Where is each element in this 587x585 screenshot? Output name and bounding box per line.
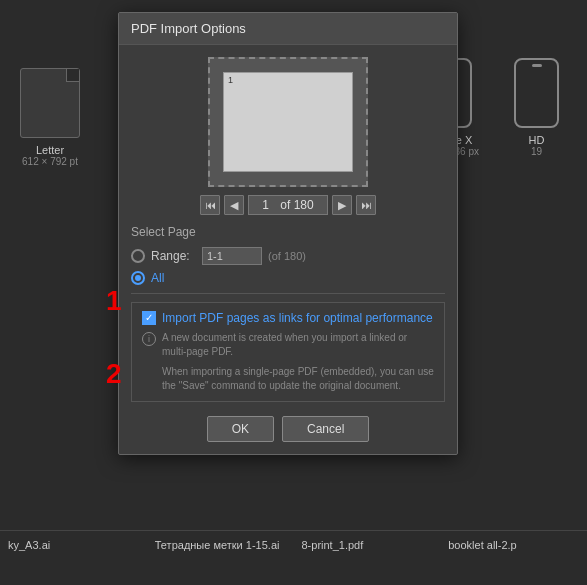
dialog-title: PDF Import Options	[119, 13, 457, 45]
file-name-1: Тетрадные метки 1-15.ai	[155, 539, 286, 551]
info-text-1: A new document is created when you impor…	[162, 331, 434, 359]
pdf-preview-outer: 1	[208, 57, 368, 187]
range-input[interactable]	[202, 247, 262, 265]
import-checkbox[interactable]	[142, 311, 156, 325]
letter-sublabel: 612 × 792 pt	[22, 156, 78, 167]
range-radio[interactable]	[131, 249, 145, 263]
range-hint: (of 180)	[268, 250, 306, 262]
of-total-pages	[273, 198, 276, 212]
file-item-2: 8-print_1.pdf	[294, 539, 441, 551]
dialog-body: 1 ⏮ ◀ 1 of 180 ▶ ⏭ Select Page Range: (o…	[119, 45, 457, 454]
file-name-3: booklet all-2.p	[448, 539, 579, 551]
info-row-1: i A new document is created when you imp…	[142, 331, 434, 359]
pdf-page-number-label: 1	[228, 75, 233, 85]
bottom-files-bar: ky_A3.ai Тетрадные метки 1-15.ai 8-print…	[0, 530, 587, 585]
info-text-2: When importing a single-page PDF (embedd…	[142, 365, 434, 393]
file-item-1: Тетрадные метки 1-15.ai	[147, 539, 294, 551]
letter-thumbnail: Letter 612 × 792 pt	[12, 60, 88, 175]
page-navigation: ⏮ ◀ 1 of 180 ▶ ⏭	[131, 195, 445, 215]
hd-thumb-icon	[514, 58, 559, 128]
nav-next-button[interactable]: ▶	[332, 195, 352, 215]
file-item-0: ky_A3.ai	[0, 539, 147, 551]
pdf-preview-inner: 1	[223, 72, 353, 172]
checkbox-section: Import PDF pages as links for optimal pe…	[131, 302, 445, 402]
all-label: All	[151, 271, 164, 285]
nav-first-button[interactable]: ⏮	[200, 195, 220, 215]
of-text: of 180	[280, 198, 313, 212]
dialog-buttons: OK Cancel	[131, 412, 445, 442]
letter-label: Letter	[36, 144, 64, 156]
all-option-row: All	[131, 271, 445, 285]
current-page-value: 1	[262, 198, 269, 212]
file-item-3: booklet all-2.p	[440, 539, 587, 551]
pdf-import-dialog: PDF Import Options 1 ⏮ ◀ 1 of 180 ▶ ⏭ Se…	[118, 12, 458, 455]
pdf-preview-container: 1	[131, 57, 445, 187]
select-page-label: Select Page	[131, 225, 445, 239]
hd-thumbnail: HD 19	[506, 50, 567, 165]
range-label: Range:	[151, 249, 196, 263]
all-radio[interactable]	[131, 271, 145, 285]
file-name-0: ky_A3.ai	[8, 539, 139, 551]
hd-sublabel: 19	[531, 146, 542, 157]
section-divider	[131, 293, 445, 294]
range-option-row: Range: (of 180)	[131, 247, 445, 265]
nav-last-button[interactable]: ⏭	[356, 195, 376, 215]
nav-prev-button[interactable]: ◀	[224, 195, 244, 215]
ok-button[interactable]: OK	[207, 416, 274, 442]
cancel-button[interactable]: Cancel	[282, 416, 369, 442]
info-icon: i	[142, 332, 156, 346]
letter-thumb-icon	[20, 68, 80, 138]
page-number-display: 1 of 180	[248, 195, 328, 215]
hd-label: HD	[529, 134, 545, 146]
import-checkbox-label: Import PDF pages as links for optimal pe…	[162, 311, 433, 325]
file-name-2: 8-print_1.pdf	[302, 539, 433, 551]
import-checkbox-row: Import PDF pages as links for optimal pe…	[142, 311, 434, 325]
